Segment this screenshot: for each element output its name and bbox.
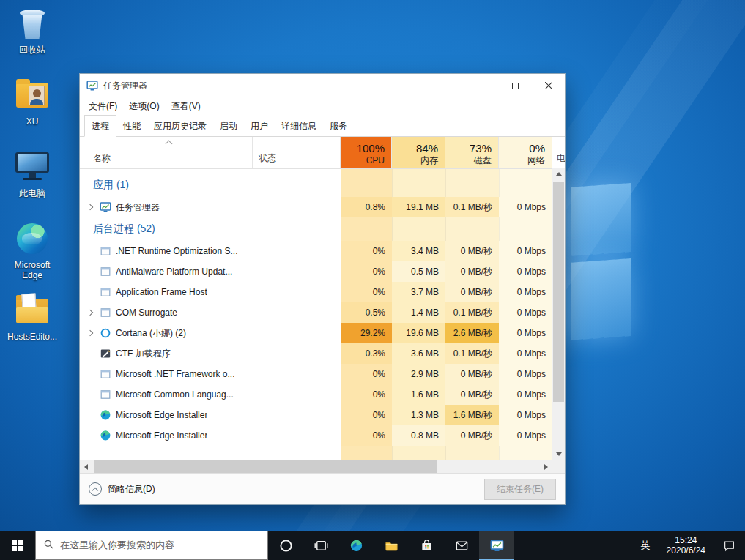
status-cell xyxy=(253,384,341,405)
start-button[interactable] xyxy=(0,531,35,560)
taskbar-button-mail[interactable] xyxy=(444,531,479,560)
end-task-button[interactable]: 结束任务(E) xyxy=(484,479,556,500)
process-name: Cortana (小娜) (2) xyxy=(116,327,186,340)
sort-ascending-icon xyxy=(166,141,173,148)
status-cell xyxy=(253,343,341,364)
mem-cell: 0.5 MB xyxy=(392,261,445,282)
this-pc-icon xyxy=(15,149,49,184)
group-header[interactable]: 后台进程 (52) xyxy=(80,217,552,241)
column-header-cpu[interactable]: 100%CPU xyxy=(341,137,392,168)
process-icon xyxy=(100,348,111,359)
scroll-up-arrow[interactable] xyxy=(552,168,565,180)
process-row[interactable]: COM Surrogate0.5%1.4 MB0.1 MB/秒0 Mbps xyxy=(80,302,552,323)
desktop-icon-user-folder[interactable]: XU xyxy=(4,75,60,142)
group-header[interactable]: 应用 (1) xyxy=(80,173,552,197)
cpu-cell: 0% xyxy=(341,384,392,405)
cortana-icon xyxy=(279,539,293,553)
chevron-spacer xyxy=(84,410,95,421)
process-row[interactable]: CTF 加载程序0.3%3.6 MB0.1 MB/秒0 Mbps xyxy=(80,343,552,364)
vertical-scroll-thumb[interactable] xyxy=(553,182,564,402)
column-header-net[interactable]: 0%网络 xyxy=(499,137,552,168)
title-bar[interactable]: 任务管理器 xyxy=(80,74,565,97)
edge-icon xyxy=(349,539,363,553)
desktop-icons: 回收站XU此电脑Microsoft EdgeHostsEdito... xyxy=(4,3,60,362)
action-center-button[interactable] xyxy=(713,531,745,560)
window-controls xyxy=(466,74,565,97)
process-name: Microsoft .NET Framework o... xyxy=(116,369,234,379)
column-header-mem[interactable]: 84%内存 xyxy=(392,137,445,168)
horizontal-scroll-thumb[interactable] xyxy=(94,460,437,473)
taskbar-button-explorer[interactable] xyxy=(374,531,409,560)
process-row[interactable]: AntiMalware Platform Updat...0%0.5 MB0 M… xyxy=(80,261,552,282)
desktop-icon-this-pc[interactable]: 此电脑 xyxy=(4,146,60,214)
scroll-left-arrow[interactable] xyxy=(80,460,92,473)
process-row[interactable]: .NET Runtime Optimization S...0%3.4 MB0 … xyxy=(80,241,552,261)
column-header-name[interactable]: 名称 xyxy=(80,137,253,168)
cpu-cell: 0.5% xyxy=(341,302,392,323)
vertical-scrollbar[interactable] xyxy=(552,168,565,460)
process-row[interactable]: Microsoft .NET Framework o...0%2.9 MB0 M… xyxy=(80,364,552,384)
language-indicator[interactable]: 英 xyxy=(632,531,659,560)
taskbar-search-box[interactable]: 在这里输入你要搜索的内容 xyxy=(35,531,268,560)
tab-2[interactable]: 应用历史记录 xyxy=(147,116,213,136)
chevron-up-circle-icon xyxy=(89,482,102,496)
column-header-disk[interactable]: 73%磁盘 xyxy=(445,137,499,168)
process-row[interactable]: Microsoft Edge Installer0%0.8 MB0 MB/秒0 … xyxy=(80,425,552,446)
edge-icon xyxy=(17,221,48,256)
desktop-icon-edge[interactable]: Microsoft Edge xyxy=(4,218,60,285)
process-icon xyxy=(100,286,111,298)
menu-item-2[interactable]: 查看(V) xyxy=(166,98,207,115)
desktop-icon-folder[interactable]: HostsEdito... xyxy=(4,290,60,357)
desktop-icon-recycle-bin[interactable]: 回收站 xyxy=(4,3,60,70)
maximize-button[interactable] xyxy=(499,74,532,97)
chevron-spacer xyxy=(84,246,95,257)
net-cell: 0 Mbps xyxy=(499,302,552,323)
tab-6[interactable]: 服务 xyxy=(323,116,354,136)
action-center-icon xyxy=(723,540,735,552)
status-cell xyxy=(253,261,341,282)
taskbar-button-edge[interactable] xyxy=(338,531,374,560)
expand-chevron-icon[interactable] xyxy=(84,202,95,213)
taskbar-button-taskview[interactable] xyxy=(303,531,338,560)
process-row[interactable]: Microsoft Edge Installer0%1.3 MB1.6 MB/秒… xyxy=(80,405,552,425)
process-name: Microsoft Edge Installer xyxy=(116,410,207,420)
process-row[interactable]: Microsoft Common Languag...0%1.6 MB0 MB/… xyxy=(80,384,552,405)
tab-3[interactable]: 启动 xyxy=(213,116,244,136)
tab-5[interactable]: 详细信息 xyxy=(275,116,323,136)
status-cell xyxy=(253,405,341,425)
tab-0[interactable]: 进程 xyxy=(84,115,116,137)
minimize-button[interactable] xyxy=(466,74,499,97)
process-row[interactable]: Application Frame Host0%3.7 MB0 MB/秒0 Mb… xyxy=(80,282,552,302)
process-row[interactable]: 任务管理器0.8%19.1 MB0.1 MB/秒0 Mbps xyxy=(80,197,552,217)
cpu-cell: 29.2% xyxy=(341,323,392,343)
scroll-right-arrow[interactable] xyxy=(540,460,552,473)
process-row[interactable]: Cortana (小娜) (2)29.2%19.6 MB2.6 MB/秒0 Mb… xyxy=(80,323,552,343)
desktop-icon-label: 回收站 xyxy=(19,45,45,55)
tab-bar: 进程性能应用历史记录启动用户详细信息服务 xyxy=(80,115,565,137)
process-icon xyxy=(100,327,111,339)
taskbar-button-store[interactable] xyxy=(409,531,444,560)
expand-chevron-icon[interactable] xyxy=(84,328,95,339)
column-header-status[interactable]: 状态 xyxy=(253,137,341,168)
taskbar-button-taskmgr[interactable] xyxy=(479,531,514,560)
process-name: Application Frame Host xyxy=(116,287,207,297)
task-manager-app-icon xyxy=(86,80,98,92)
disk-cell: 0 MB/秒 xyxy=(445,261,499,282)
fewer-details-toggle[interactable]: 简略信息(D) xyxy=(89,482,155,496)
taskbar-button-cortana[interactable] xyxy=(268,531,303,560)
horizontal-scrollbar[interactable] xyxy=(80,460,565,473)
menu-item-1[interactable]: 选项(O) xyxy=(123,98,165,115)
menu-item-0[interactable]: 文件(F) xyxy=(83,98,123,115)
scrollbar-corner xyxy=(552,460,565,473)
store-icon xyxy=(420,539,434,553)
scroll-down-arrow[interactable] xyxy=(552,448,565,460)
tab-1[interactable]: 性能 xyxy=(116,116,147,136)
expand-chevron-icon[interactable] xyxy=(84,307,95,318)
disk-cell: 2.6 MB/秒 xyxy=(445,323,499,343)
taskbar-clock[interactable]: 15:24 2020/6/24 xyxy=(659,531,713,560)
process-icon xyxy=(100,201,111,213)
tab-4[interactable]: 用户 xyxy=(244,116,275,136)
search-placeholder-text: 在这里输入你要搜索的内容 xyxy=(60,539,174,552)
column-header-power[interactable]: 电 xyxy=(552,137,565,168)
close-button[interactable] xyxy=(532,74,565,97)
